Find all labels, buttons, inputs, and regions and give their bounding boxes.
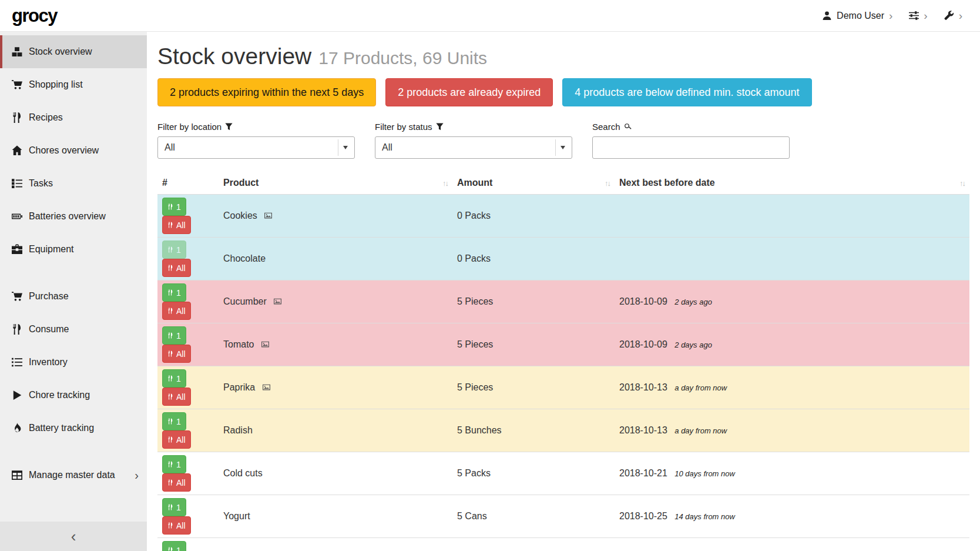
actions-cell: 1 All (157, 195, 219, 238)
alert-info-button[interactable]: 4 products are below defined min. stock … (562, 78, 811, 106)
table-row: 1 All Cucumber 5 Pieces 2018-10-09 2 day… (157, 280, 969, 323)
page-title: Stock overview (157, 44, 311, 69)
consume-one-button[interactable]: 1 (162, 198, 186, 216)
consume-one-button[interactable]: 1 (162, 541, 186, 551)
consume-all-button[interactable]: All (162, 259, 191, 277)
amount-cell: 0 Packs (452, 195, 615, 238)
admin-menu[interactable]: › (938, 10, 968, 21)
sort-icon[interactable]: ↑↓ (605, 179, 610, 188)
consume-all-button[interactable]: All (162, 388, 191, 406)
sidebar-item-shopping-list[interactable]: Shopping list (0, 68, 147, 101)
product-cell: Cold cuts (219, 452, 452, 495)
top-navbar: grocy Demo User › › › (0, 0, 980, 32)
consume-one-button[interactable]: 1 (162, 455, 186, 473)
product-image-icon[interactable] (273, 298, 282, 305)
best-before-date: 2018-10-13 (619, 425, 667, 435)
alerts-row: 2 products expiring within the next 5 da… (157, 78, 969, 106)
sidebar-item-label: Tasks (29, 178, 53, 189)
consume-one-button[interactable]: 1 (162, 326, 186, 345)
amount-cell: 5 Pieces (452, 366, 615, 409)
date-cell: 2018-10-31 20 days from now (615, 538, 969, 551)
sort-icon[interactable]: ↑↓ (959, 179, 965, 188)
settings-menu[interactable]: › (903, 10, 933, 21)
amount-cell: 0 Packs (452, 238, 615, 280)
consume-one-button[interactable]: 1 (162, 412, 186, 430)
table-row: 1 All Cold cuts 5 Packs 2018-10-21 10 da… (157, 452, 969, 495)
product-cell: Paprika (219, 366, 452, 409)
sidebar-item-batteries-overview[interactable]: Batteries overview (0, 200, 147, 233)
best-before-note: 2 days ago (674, 298, 712, 306)
utensils-icon (167, 546, 173, 551)
filters-row: Filter by location All Filter by status … (157, 122, 969, 159)
sidebar-item-manage-master-data[interactable]: Manage master data › (0, 459, 147, 492)
sort-icon[interactable]: ↑↓ (442, 179, 448, 188)
sidebar-item-stock-overview[interactable]: Stock overview (0, 35, 147, 68)
consume-all-button[interactable]: All (162, 430, 191, 449)
app-logo[interactable]: grocy (12, 5, 57, 26)
consume-one-button[interactable]: 1 (162, 498, 186, 516)
product-image-icon[interactable] (264, 212, 273, 219)
utensils-icon (167, 393, 173, 400)
utensils-icon (167, 307, 173, 315)
utensils-icon (167, 503, 173, 511)
sidebar: Stock overview Shopping list Recipes Cho… (0, 32, 147, 551)
status-filter-select[interactable]: All (375, 136, 572, 159)
search-input[interactable] (592, 136, 790, 159)
sidebar-item-battery-tracking[interactable]: Battery tracking (0, 412, 147, 445)
wrench-icon (944, 11, 954, 21)
sidebar-item-label: Chores overview (29, 145, 99, 156)
filter-funnel-icon (225, 123, 233, 131)
table-header-row: # Product ↑↓ Amount ↑↓ Next best before (157, 172, 969, 195)
product-image-icon[interactable] (261, 340, 270, 348)
sidebar-item-recipes[interactable]: Recipes (0, 101, 147, 134)
sidebar-item-tasks[interactable]: Tasks (0, 167, 147, 200)
product-name: Paprika (223, 382, 255, 392)
best-before-note: a day from now (674, 383, 727, 392)
column-header-best-before[interactable]: Next best before date ↑↓ (615, 172, 969, 195)
consume-one-button[interactable]: 1 (162, 283, 186, 302)
sidebar-item-inventory[interactable]: Inventory (0, 346, 147, 379)
fire-icon (11, 423, 23, 433)
chevron-right-icon: › (889, 10, 892, 21)
sidebar-collapse-button[interactable]: ‹ (0, 522, 147, 551)
column-header-amount[interactable]: Amount ↑↓ (452, 172, 615, 195)
best-before-note: 2 days ago (674, 340, 712, 349)
consume-all-button[interactable]: All (162, 302, 191, 320)
product-name: Cucumber (223, 296, 267, 306)
sidebar-item-label: Recipes (29, 112, 63, 123)
best-before-note: 10 days from now (674, 469, 735, 478)
sidebar-item-consume[interactable]: Consume (0, 313, 147, 346)
actions-cell: 1 All (157, 323, 219, 366)
battery-icon (11, 211, 23, 222)
product-image-icon[interactable] (262, 383, 271, 391)
sidebar-item-chore-tracking[interactable]: Chore tracking (0, 379, 147, 412)
date-cell (615, 238, 969, 280)
location-filter-select[interactable]: All (157, 136, 355, 159)
actions-cell: 1 All (157, 409, 219, 452)
consume-all-button[interactable]: All (162, 216, 191, 234)
chevron-left-icon: ‹ (71, 527, 76, 546)
best-before-date: 2018-10-09 (619, 339, 667, 349)
location-filter-value: All (165, 142, 175, 153)
tasks-icon (11, 178, 23, 189)
alert-danger-button[interactable]: 2 products are already expired (385, 78, 553, 106)
utensils-icon (167, 436, 173, 443)
user-menu[interactable]: Demo User › (816, 10, 898, 21)
sliders-icon (909, 11, 919, 21)
sidebar-item-chores-overview[interactable]: Chores overview (0, 134, 147, 167)
product-cell: Radish (219, 409, 452, 452)
consume-one-button[interactable]: 1 (162, 369, 186, 388)
consume-all-button[interactable]: All (162, 345, 191, 363)
alert-warning-button[interactable]: 2 products expiring within the next 5 da… (157, 78, 376, 106)
column-header-product[interactable]: Product ↑↓ (219, 172, 452, 195)
sidebar-item-label: Inventory (29, 357, 68, 368)
product-cell: Tomato (219, 323, 452, 366)
sidebar-item-label: Battery tracking (29, 423, 94, 433)
consume-all-button[interactable]: All (162, 473, 191, 492)
sidebar-item-purchase[interactable]: Purchase (0, 280, 147, 313)
sidebar-item-equipment[interactable]: Equipment (0, 233, 147, 266)
utensils-icon (167, 289, 173, 296)
table-row: 1 All Radish 5 Bunches 2018-10-13 a day … (157, 409, 969, 452)
utensils-icon (167, 479, 173, 486)
consume-all-button[interactable]: All (162, 516, 191, 535)
